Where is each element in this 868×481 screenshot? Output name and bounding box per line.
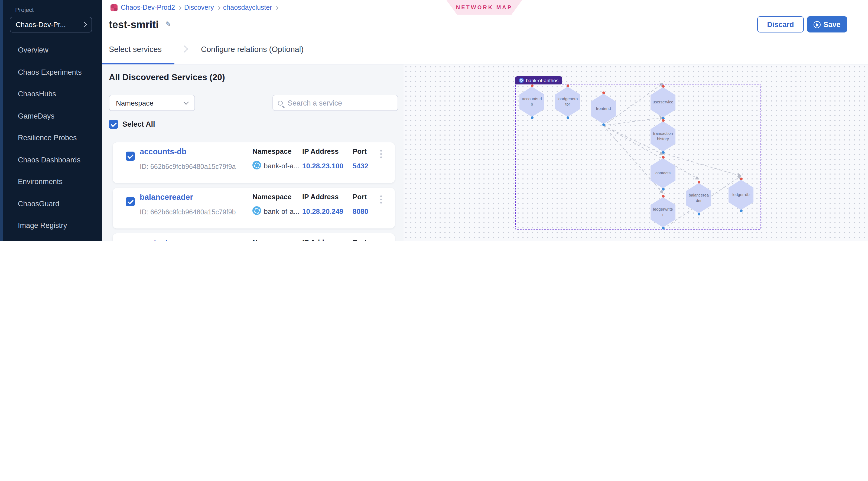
chevron-right-icon [82, 22, 87, 27]
breadcrumb-discovery[interactable]: Discovery [184, 4, 214, 11]
save-play-icon [813, 21, 820, 28]
save-button[interactable]: Save [807, 16, 847, 32]
page-header: Chaos-Dev-Prod2 Discovery chaosdaycluste… [102, 0, 868, 36]
chevron-right-icon [178, 6, 182, 9]
node-outbound-dot [740, 210, 742, 212]
service-card: accounts-db ID: 662b6c9fcb96480a15c79f9a… [113, 142, 395, 183]
sidebar-item[interactable]: ChaosGuard [18, 198, 82, 209]
namespace-filter-dropdown[interactable]: Namespace [109, 95, 195, 111]
select-all-label: Select All [122, 120, 155, 128]
sidebar-item[interactable]: Overview [18, 45, 82, 56]
discard-button[interactable]: Discard [757, 16, 804, 32]
service-list: accounts-db ID: 662b6c9fcb96480a15c79f9a… [113, 142, 395, 241]
node-inbound-dot [662, 85, 664, 88]
sidebar-item[interactable]: ChaosHubs [18, 89, 82, 100]
node-inbound-dot [662, 156, 664, 159]
kebab-menu-icon[interactable] [380, 195, 382, 197]
search-icon [278, 100, 283, 105]
chevron-down-icon [183, 99, 189, 105]
map-badge-bank-of-anthos: bank-of-anthos [515, 76, 562, 85]
breadcrumb-agent[interactable]: chaosdaycluster [223, 4, 272, 11]
node-outbound-dot [566, 117, 569, 119]
service-checkbox[interactable] [126, 152, 135, 161]
tab-configure-relations[interactable]: Configure relations (Optional) [201, 45, 304, 54]
service-name-link[interactable]: contacts [140, 238, 172, 241]
chevron-right-icon [275, 6, 278, 9]
section-title: All Discovered Services (20) [109, 72, 225, 82]
sidebar-item[interactable]: GameDays [18, 111, 82, 122]
service-id: ID: 662b6c9fcb96480a15c79f9a [140, 163, 236, 170]
namespace-filter-label: Namespace [116, 99, 154, 107]
sidebar-nav: OverviewChaos ExperimentsChaosHubsGameDa… [18, 45, 82, 231]
column-header-ip: IP Address [302, 238, 339, 241]
node-inbound-dot [662, 195, 664, 198]
wizard-tabbar: Select services Configure relations (Opt… [102, 36, 868, 64]
node-inbound-dot [531, 85, 533, 87]
node-inbound-dot [602, 92, 605, 94]
node-outbound-dot [531, 117, 533, 119]
harness-logo-icon [111, 4, 118, 11]
node-inbound-dot [698, 181, 700, 184]
chevron-right-icon [217, 6, 220, 9]
map-boundary-bank-of-anthos [515, 84, 761, 229]
breadcrumb-project[interactable]: Chaos-Dev-Prod2 [121, 4, 175, 11]
tab-select-services[interactable]: Select services [109, 45, 162, 54]
service-checkbox[interactable] [126, 197, 135, 206]
page-title: test-smriti [109, 19, 159, 31]
service-id: ID: 662b6c9fcb96480a15c79f9b [140, 209, 236, 216]
sidebar: Project Chaos-Dev-Pr... OverviewChaos Ex… [0, 0, 102, 241]
node-outbound-dot [662, 188, 664, 191]
chevron-right-icon [181, 45, 188, 52]
sidebar-item[interactable]: Environments [18, 177, 82, 187]
column-header-namespace: Namespace [252, 147, 292, 155]
service-namespace: bank-of-a... [264, 162, 300, 170]
node-outbound-dot [602, 123, 605, 126]
active-tab-underline [102, 63, 175, 64]
service-name-link[interactable]: accounts-db [140, 147, 186, 156]
column-header-port: Port [352, 147, 367, 155]
node-outbound-dot [662, 151, 664, 154]
project-label: Project [15, 6, 34, 13]
sidebar-item[interactable]: Image Registry [18, 220, 82, 231]
service-port[interactable]: 5432 [352, 162, 368, 170]
breadcrumb: Chaos-Dev-Prod2 Discovery chaosdaycluste… [111, 4, 278, 11]
service-ip[interactable]: 10.28.23.100 [302, 162, 343, 170]
service-name-link[interactable]: balancereader [140, 193, 193, 201]
column-header-namespace: Namespace [252, 193, 292, 201]
service-search [273, 95, 398, 111]
project-selector[interactable]: Chaos-Dev-Pr... [10, 17, 92, 32]
select-all-checkbox[interactable] [109, 120, 118, 129]
node-inbound-dot [740, 178, 742, 180]
chaos-discovery-page: Project Chaos-Dev-Pr... OverviewChaos Ex… [0, 0, 868, 241]
kubernetes-namespace-icon [252, 206, 261, 215]
module-rail [0, 0, 3, 241]
node-outbound-dot [662, 227, 664, 229]
service-ip[interactable]: 10.28.20.249 [302, 207, 343, 216]
column-header-ip: IP Address [302, 193, 339, 201]
node-outbound-dot [698, 213, 700, 216]
network-map-ribbon: NETWORK MAP [446, 0, 522, 14]
project-selector-value: Chaos-Dev-Pr... [16, 21, 66, 29]
service-port[interactable]: 8080 [352, 207, 368, 216]
column-header-namespace: Namespace [252, 238, 292, 241]
save-button-label: Save [823, 20, 840, 28]
node-inbound-dot [566, 85, 569, 87]
column-header-port: Port [352, 238, 367, 241]
select-all: Select All [109, 120, 155, 129]
node-inbound-dot [662, 119, 664, 122]
column-header-ip: IP Address [302, 147, 339, 155]
service-namespace: bank-of-a... [264, 207, 300, 216]
service-card: balancereader ID: 662b6c9fcb96480a15c79f… [113, 188, 395, 228]
sidebar-item[interactable]: Chaos Dashboards [18, 155, 82, 165]
sidebar-item[interactable]: Chaos Experiments [18, 67, 82, 78]
search-input[interactable] [286, 98, 384, 107]
kubernetes-icon [519, 78, 524, 83]
edit-title-icon[interactable]: ✎ [165, 20, 171, 28]
sidebar-item[interactable]: Resilience Probes [18, 133, 82, 143]
kubernetes-namespace-icon [252, 161, 261, 169]
kebab-menu-icon[interactable] [380, 150, 382, 152]
column-header-port: Port [352, 193, 367, 201]
service-card: contacts ID: 662b6c9fcb96480a15c79f9c Na… [113, 233, 395, 241]
